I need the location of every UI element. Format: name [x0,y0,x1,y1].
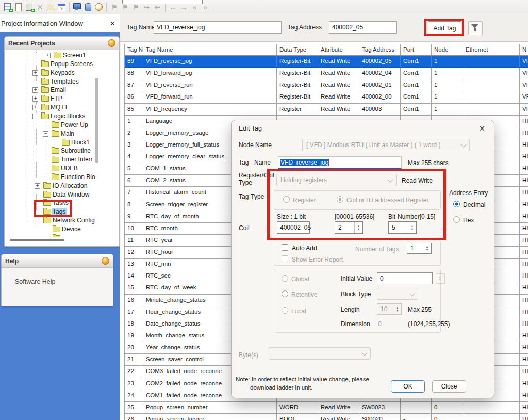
table-row-26[interactable]: 26Popup_screen_triggerBOOLRead WriteS000… [125,414,528,420]
tag-database-icon[interactable] [83,2,93,12]
tree-item-stub[interactable] [5,234,96,237]
tree-item-subroutine[interactable]: Subroutine [5,147,96,155]
column-header-no[interactable]: Tag No [125,44,143,56]
tree-horizontal-scrollbar[interactable] [10,239,64,241]
tree-item-label[interactable]: Keypads [50,69,76,76]
tag-address-input[interactable]: 400002_05 [329,21,397,34]
tree-item-label[interactable]: FTP [50,95,63,102]
help-link[interactable]: Software Help [15,278,56,285]
tree-item-label[interactable]: Network Config [52,217,96,224]
tree-item-device[interactable]: Device [5,225,96,233]
table-row-89[interactable]: 89VFD_reverse_jogRegister-BitRead Write4… [125,56,528,68]
filter-button[interactable] [468,21,483,35]
hex-radio[interactable] [453,216,460,223]
open-project-icon[interactable] [46,2,56,12]
decimal-radio-label[interactable]: Decimal [463,201,485,208]
column-header-addr[interactable]: Tag Address [359,44,401,56]
stepper-arrows-icon[interactable]: ▲▼ [423,243,431,253]
expand-icon[interactable]: + [32,87,38,93]
cell-nn: VF [520,104,528,116]
tree-item-label[interactable]: MQTT [50,104,69,111]
table-row-86[interactable]: 86VFD_forward_runRegister-BitRead Write4… [125,91,528,103]
add-database-icon[interactable]: + [24,2,34,12]
tree-item-logic-blocks[interactable]: −Logic Blocks [5,112,96,120]
cell-no: 86 [125,91,143,103]
tree-item-label[interactable]: Data Window [52,191,90,198]
hex-radio-label[interactable]: Hex [463,217,474,224]
tree-item-block1[interactable]: Block1 [5,138,96,147]
expand-icon[interactable]: + [45,53,51,58]
tree-item-timer-interr[interactable]: Timer Interr [5,155,96,164]
folder-icon [43,183,51,189]
delete-icon[interactable]: ✕ [35,2,45,12]
tree-item-label[interactable]: Block1 [70,139,91,146]
expand-icon[interactable]: + [32,105,38,110]
number-of-tags-stepper[interactable]: 1 ▲▼ [407,243,432,254]
tree-item-function-blo[interactable]: Function Blo [5,173,96,181]
auto-add-checkbox[interactable] [282,244,288,251]
table-row-25[interactable]: 25Popup_screen_numberWORDRead WriteSW002… [125,402,528,414]
tree-item-popup-screens[interactable]: Popup Screens [5,60,96,68]
tag-name-input[interactable]: VFD_reverse_jog [154,21,282,34]
add-notebook-icon[interactable]: + [3,2,12,12]
tree-item-main[interactable]: −Main [5,130,96,138]
expand-icon[interactable]: + [32,96,38,102]
column-header-dtype[interactable]: Data Type [277,44,318,56]
table-row-85[interactable]: 85VFD_frequencyRegisterRead Write400003C… [125,104,528,116]
tree-item-label[interactable]: Screen1 [62,52,87,59]
column-header-name[interactable]: Tag Name [143,44,277,56]
new-page-icon[interactable] [13,2,23,12]
tree-item-screen1[interactable]: +Screen1 [5,51,96,59]
close-button[interactable]: Close [432,380,466,393]
tree-item-label[interactable]: Templates [50,78,80,85]
tree-item-label[interactable]: Popup Screens [50,60,94,68]
tree-item-udfb[interactable]: UDFB [5,164,96,172]
compile-icon[interactable]: ⚑ [109,2,119,12]
tree-item-label[interactable]: Function Blo [60,173,96,181]
online-monitor-icon[interactable] [72,2,82,12]
tree-vertical-scrollbar[interactable] [95,78,98,163]
column-header-eth[interactable]: Ethernet [463,44,520,56]
table-row-88[interactable]: 88VFD_forward_jogRegister-BitRead Write4… [125,68,528,79]
collapse-icon[interactable]: − [35,218,40,223]
tree-item-keypads[interactable]: +Keypads [5,69,96,77]
tree-item-power-up[interactable]: Power Up [5,121,96,129]
tree-item-ftp[interactable]: +FTP [5,94,96,103]
tree-item-label[interactable]: Power Up [60,121,89,128]
tree-item-templates[interactable]: Templates [5,77,96,86]
column-header-nn[interactable]: N [520,44,528,56]
tree-item-label[interactable]: Subroutine [60,147,92,154]
collapse-icon[interactable]: − [43,131,48,137]
collapse-icon[interactable]: − [32,114,38,119]
screen-window-icon[interactable] [57,2,67,12]
dialog-tag-name-input[interactable]: VFD_reverse_jog [278,156,402,169]
column-header-port[interactable]: Port [401,44,432,56]
dialog-close-icon[interactable]: ✕ [479,124,485,133]
initial-value-input[interactable]: 0 [377,272,433,284]
tree-item-label[interactable]: Email [50,86,67,93]
expand-icon[interactable]: + [32,70,38,76]
tree-item-io-allocation[interactable]: +IO Allocation [5,182,96,190]
close-panel-icon[interactable]: ✕ [110,20,116,27]
tree-item-network-config[interactable]: −Network Config [5,216,96,224]
collapse-sphere-icon[interactable] [108,39,116,47]
tree-item-label[interactable]: IO Allocation [52,182,88,189]
auto-add-label[interactable]: Auto Add [292,245,317,252]
tree-item-label[interactable]: Logic Blocks [50,112,86,120]
scheduler-icon[interactable] [94,2,104,12]
tree-item-data-window[interactable]: Data Window [5,190,96,199]
expand-icon[interactable]: + [35,183,40,189]
decimal-radio[interactable] [453,201,460,207]
table-row-87[interactable]: 87VFD_reverse_runRegister-BitRead Write4… [125,79,528,91]
tree-item-mqtt[interactable]: +MQTT [5,103,96,111]
tree-item-label[interactable]: Main [60,130,75,137]
column-header-attr[interactable]: Attribute [318,44,359,56]
node-name-label: Node Name [239,141,272,149]
column-header-node[interactable]: Node [432,44,463,56]
ok-button[interactable]: OK [391,380,425,393]
tree-item-email[interactable]: +Email [5,86,96,94]
collapse-sphere-icon[interactable] [102,257,109,265]
tree-item-label[interactable]: Timer Interr [60,156,94,163]
tree-item-label[interactable]: UDFB [60,165,79,172]
tree-item-label[interactable]: Device [61,225,82,233]
